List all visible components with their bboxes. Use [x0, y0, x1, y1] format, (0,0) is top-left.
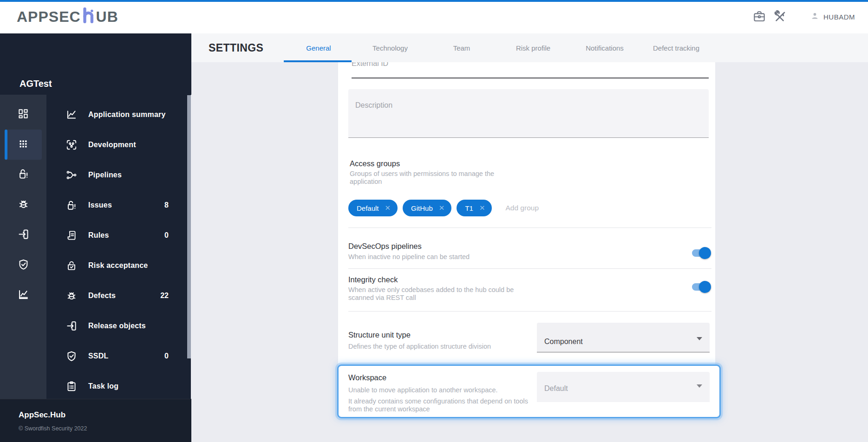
logo-text-prefix: APPSEC — [17, 8, 81, 26]
sidebar-item-label: Development — [88, 141, 136, 149]
sidebar-item-label: SSDL — [88, 352, 108, 360]
app-window: APPSECUB HUBADM AGTest Go back to applic… — [0, 0, 868, 442]
group-chip-github[interactable]: GitHub✕ — [403, 200, 451, 216]
integrity-toggle[interactable] — [692, 283, 709, 291]
devsecops-toggle[interactable] — [692, 249, 709, 257]
sidebar-item-application-summary[interactable]: Application summary — [46, 99, 191, 130]
sidebar-item-count: 0 — [164, 231, 169, 240]
chip-remove-icon[interactable]: ✕ — [439, 204, 445, 212]
chip-label: GitHub — [411, 204, 433, 212]
sidebar-item-task-log[interactable]: Task log — [46, 371, 191, 401]
exit-to-app-icon — [65, 319, 78, 332]
exit-to-app-icon — [17, 228, 30, 242]
rail-item-reports[interactable] — [5, 280, 42, 311]
tab-label: Risk profile — [516, 44, 550, 52]
toggle-knob — [699, 281, 711, 293]
section-divider — [348, 311, 711, 312]
settings-tab-bar: SETTINGS General Technology Team Risk pr… — [191, 33, 868, 62]
footer-copyright: © Swordfish Security 2022 — [19, 425, 87, 432]
sidebar-item-pipelines[interactable]: Pipelines — [46, 160, 191, 190]
sidebar-item-rules[interactable]: Rules 0 — [46, 220, 191, 250]
group-chip-t1[interactable]: T1✕ — [457, 200, 492, 216]
sidebar-item-release-objects[interactable]: Release objects — [46, 311, 191, 341]
sidebar-item-label: Issues — [88, 201, 112, 209]
sidebar-item-count: 22 — [160, 292, 169, 300]
rail-item-defects[interactable] — [5, 190, 42, 220]
sidebar-footer: AppSec.Hub © Swordfish Security 2022 — [0, 399, 191, 442]
workspace-value: Default — [544, 384, 568, 393]
sidebar-item-count: 8 — [164, 201, 169, 209]
tab-technology[interactable]: Technology — [354, 33, 426, 62]
lock-check-icon — [65, 259, 78, 272]
chart-line-icon — [17, 288, 30, 303]
external-id-field[interactable]: External ID — [352, 62, 388, 68]
sidebar-item-label: Task log — [88, 382, 118, 390]
sidebar-scrollbar-thumb[interactable] — [187, 95, 191, 358]
tabs: General Technology Team Risk profile Not… — [283, 33, 712, 62]
dashboard-icon — [17, 108, 29, 122]
shield-check-icon — [17, 258, 30, 273]
top-bar: APPSECUB HUBADM — [0, 0, 868, 33]
section-divider — [348, 228, 711, 228]
tab-notifications[interactable]: Notifications — [569, 33, 640, 62]
rail-item-applications[interactable] — [5, 130, 42, 160]
chip-label: Default — [357, 204, 379, 212]
code-branch-icon — [65, 138, 78, 151]
tab-general[interactable]: General — [283, 33, 354, 62]
external-id-underline — [352, 78, 709, 78]
project-name: AGTest — [20, 78, 52, 89]
tab-defect-tracking[interactable]: Defect tracking — [640, 33, 712, 62]
structure-unit-caption: Defines the type of application structur… — [348, 343, 534, 351]
group-chip-default[interactable]: Default✕ — [348, 200, 398, 216]
sidebar-scrollbar — [187, 95, 191, 442]
sidebar-item-label: Release objects — [88, 322, 146, 330]
section-divider — [348, 268, 711, 269]
sidebar-item-count: 0 — [164, 352, 169, 360]
rail-item-dashboard[interactable] — [5, 99, 42, 130]
tab-label: Notifications — [586, 44, 624, 52]
devsecops-title: DevSecOps pipelines — [348, 242, 422, 251]
bug-icon — [17, 198, 30, 212]
lock-open-alert-icon — [17, 168, 30, 182]
sidebar-item-risk-acceptance[interactable]: Risk acceptance — [46, 250, 191, 280]
logo-text-suffix: UB — [96, 8, 118, 26]
tab-risk-profile[interactable]: Risk profile — [497, 33, 569, 62]
workspace-briefcase-icon[interactable] — [752, 9, 766, 23]
rules-scroll-icon — [65, 229, 78, 241]
structure-unit-title: Structure unit type — [348, 331, 411, 339]
chevron-down-icon — [697, 337, 702, 340]
rail-item-release-objects[interactable] — [5, 220, 42, 250]
admin-tools-icon[interactable] — [773, 9, 787, 23]
tab-team[interactable]: Team — [426, 33, 497, 62]
add-group-input[interactable]: Add group — [505, 204, 539, 212]
structure-unit-select[interactable]: Component — [537, 323, 710, 352]
sidebar-item-ssdl[interactable]: SSDL 0 — [46, 341, 191, 371]
chip-remove-icon[interactable]: ✕ — [479, 204, 485, 212]
user-avatar-icon — [810, 12, 819, 22]
bug-icon — [65, 289, 78, 302]
workspace-caption-line2: It already contains some configurations … — [348, 397, 532, 413]
access-groups-title: Access groups — [350, 159, 400, 168]
sidebar-item-development[interactable]: Development — [46, 130, 191, 160]
description-placeholder: Description — [355, 101, 392, 110]
integrity-title: Integrity check — [348, 275, 398, 284]
sidebar-item-issues[interactable]: Issues 8 — [46, 190, 191, 220]
access-groups-caption: Groups of users with permissions to mana… — [350, 170, 505, 186]
user-menu[interactable]: HUBADM — [810, 0, 855, 33]
tab-label: Technology — [372, 44, 408, 52]
footer-app-name: AppSec.Hub — [19, 410, 65, 420]
access-groups-chips: Default✕ GitHub✕ T1✕ Add group — [348, 200, 539, 216]
devsecops-caption: When inactive no pipeline can be started — [348, 253, 470, 261]
description-textarea[interactable]: Description — [348, 89, 709, 138]
chip-label: T1 — [465, 204, 473, 212]
icon-rail — [0, 95, 46, 399]
chart-line-icon — [65, 108, 78, 121]
logo-h-icon — [81, 6, 96, 27]
chip-remove-icon[interactable]: ✕ — [385, 204, 391, 212]
sidebar-item-defects[interactable]: Defects 22 — [46, 280, 191, 311]
sidebar-item-label: Risk acceptance — [88, 261, 148, 270]
rail-item-issues[interactable] — [5, 160, 42, 190]
task-log-icon — [65, 380, 78, 392]
tab-label: Team — [453, 44, 470, 52]
rail-item-ssdl[interactable] — [5, 250, 42, 280]
